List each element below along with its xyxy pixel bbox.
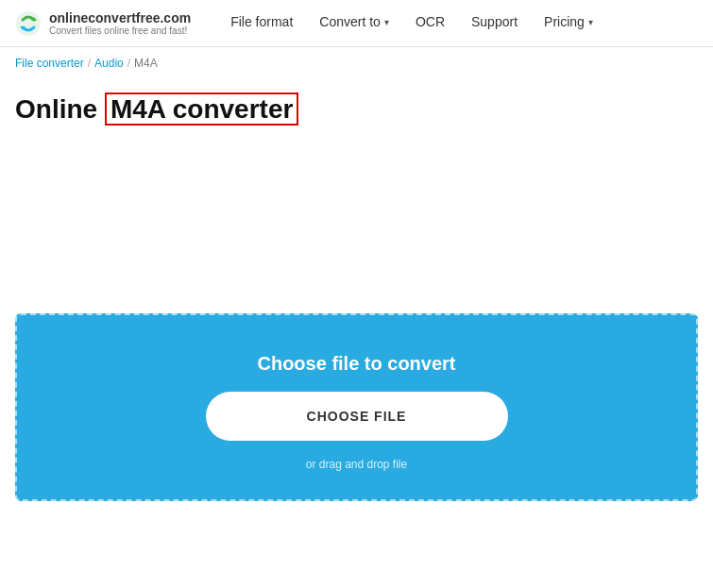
drag-drop-text: or drag and drop file — [306, 458, 407, 471]
nav-pricing[interactable]: Pricing ▾ — [533, 0, 604, 47]
nav-convert-to[interactable]: Convert to ▾ — [308, 0, 400, 47]
title-highlight: M4A converter — [105, 92, 298, 126]
logo-subtitle: Convert files online free and fast! — [49, 25, 191, 36]
breadcrumb: File converter / Audio / M4A — [0, 47, 713, 79]
upload-section: Choose file to convert CHOOSE FILE or dr… — [15, 313, 698, 501]
logo-text: onlineconvertfree.com Convert files onli… — [49, 10, 191, 36]
pricing-chevron-icon: ▾ — [588, 17, 593, 27]
nav-support[interactable]: Support — [460, 0, 529, 47]
nav-ocr[interactable]: OCR — [404, 0, 456, 47]
breadcrumb-sep-1: / — [88, 57, 91, 70]
nav-file-format[interactable]: File format — [219, 0, 304, 47]
convert-to-chevron-icon: ▾ — [384, 17, 389, 27]
svg-point-0 — [16, 11, 41, 36]
main-nav: File format Convert to ▾ OCR Support Pri… — [219, 0, 698, 47]
breadcrumb-m4a: M4A — [134, 57, 158, 70]
choose-file-button[interactable]: CHOOSE FILE — [206, 392, 508, 441]
page-title: Online M4A converter — [15, 94, 698, 125]
upload-label: Choose file to convert — [257, 353, 455, 375]
breadcrumb-file-converter[interactable]: File converter — [15, 57, 84, 70]
breadcrumb-audio[interactable]: Audio — [94, 57, 124, 70]
title-prefix: Online — [15, 94, 105, 124]
content-spacer — [0, 125, 713, 313]
logo-title: onlineconvertfree.com — [49, 10, 191, 25]
logo-icon — [15, 10, 42, 37]
logo-link[interactable]: onlineconvertfree.com Convert files onli… — [15, 10, 191, 37]
page-title-area: Online M4A converter — [0, 79, 713, 125]
breadcrumb-sep-2: / — [127, 57, 130, 70]
site-header: onlineconvertfree.com Convert files onli… — [0, 0, 713, 47]
